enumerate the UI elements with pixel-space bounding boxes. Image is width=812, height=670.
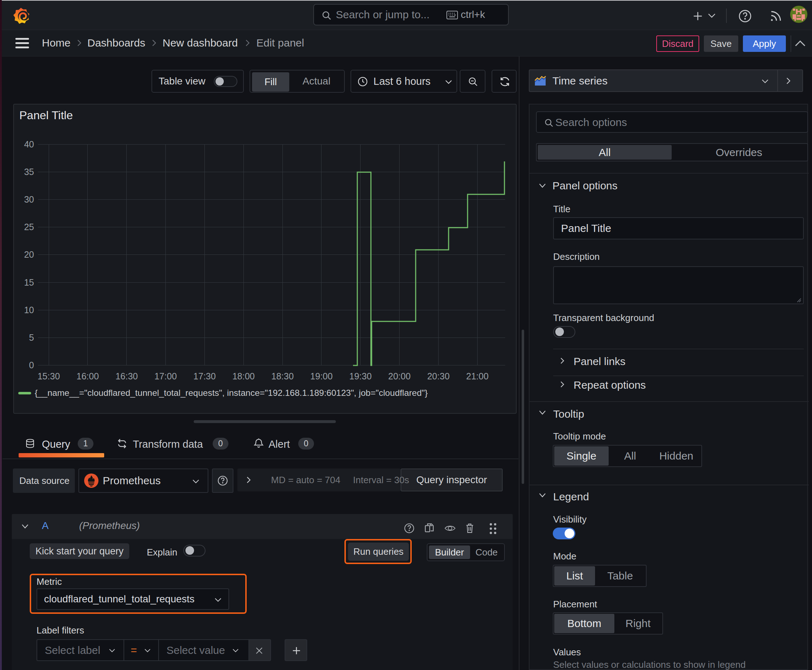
svg-text:20: 20 [24,249,34,259]
svg-text:18:30: 18:30 [271,371,294,381]
svg-text:15:30: 15:30 [37,371,60,381]
svg-text:20:30: 20:30 [427,371,450,381]
svg-text:21:00: 21:00 [466,371,489,381]
svg-text:10: 10 [24,305,34,315]
svg-text:5: 5 [29,333,34,342]
svg-text:19:00: 19:00 [310,371,333,381]
svg-text:15: 15 [24,277,34,288]
svg-text:25: 25 [24,222,34,232]
svg-text:16:00: 16:00 [76,371,99,381]
svg-text:19:30: 19:30 [349,371,372,381]
svg-text:{__name__="cloudflared_tunnel_: {__name__="cloudflared_tunnel_total_requ… [35,388,428,398]
svg-text:18:00: 18:00 [232,371,255,381]
svg-text:20:00: 20:00 [388,371,411,381]
svg-text:17:00: 17:00 [154,371,177,381]
svg-text:40: 40 [24,139,34,149]
svg-text:17:30: 17:30 [193,371,216,381]
svg-text:16:30: 16:30 [115,371,138,381]
svg-text:0: 0 [29,360,34,370]
svg-text:35: 35 [24,167,34,177]
svg-text:30: 30 [24,195,34,205]
